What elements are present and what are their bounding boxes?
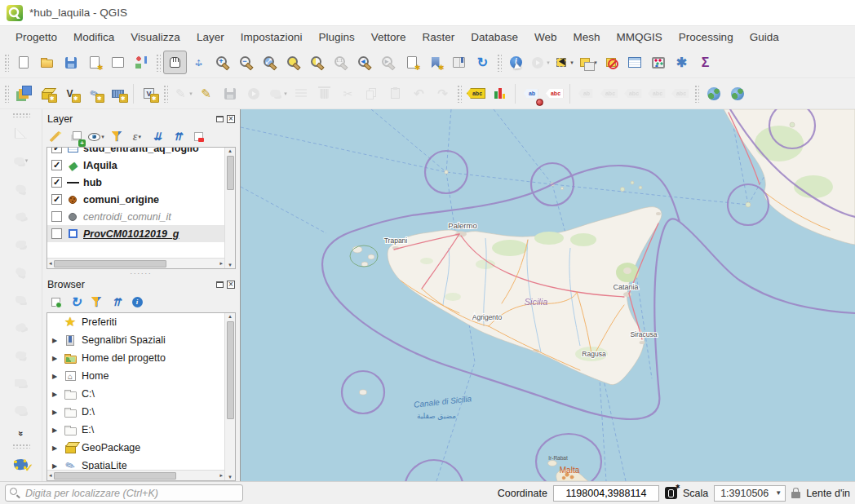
- project-open-button[interactable]: [35, 51, 59, 74]
- pan-to-selection-button[interactable]: [187, 51, 210, 74]
- close-panel-icon[interactable]: ×: [227, 115, 235, 123]
- browser-item-segnalibri[interactable]: ▶ Segnalibri Spaziali: [47, 331, 224, 349]
- manage-map-themes-button[interactable]: ▾: [88, 129, 104, 145]
- properties-button[interactable]: i: [129, 294, 145, 311]
- zoom-out-button[interactable]: −: [234, 51, 258, 74]
- zoom-in-button[interactable]: +: [210, 51, 234, 74]
- menu-impostazioni[interactable]: Impostazioni: [233, 29, 310, 46]
- new-print-layout-button[interactable]: [82, 51, 106, 74]
- locator-input[interactable]: [5, 484, 243, 502]
- browser-item-e-drive[interactable]: ▶ E:\: [47, 421, 224, 439]
- layer-list-vscrollbar[interactable]: ▴▾: [224, 148, 235, 268]
- add-selected-layers-button[interactable]: [47, 294, 64, 311]
- field-calculator-button[interactable]: [646, 51, 670, 74]
- new-temporary-scratch-layer-button[interactable]: [106, 82, 130, 105]
- browser-refresh-button[interactable]: ↻: [68, 294, 84, 311]
- layer-checkbox[interactable]: [51, 148, 62, 153]
- zoom-last-button[interactable]: ◂: [352, 51, 376, 74]
- layer-row[interactable]: stud_entranti_aq_foglio: [47, 148, 224, 157]
- scale-combobox[interactable]: 1:3910506 ▼: [714, 485, 786, 502]
- menu-mmqgis[interactable]: MMQGIS: [609, 29, 670, 46]
- layer-labeling-button[interactable]: abc: [464, 82, 488, 105]
- browser-item-spatialite[interactable]: ▶✎ SpatiaLite: [47, 457, 224, 470]
- toolbar-handle[interactable]: [4, 54, 9, 72]
- layer-checkbox[interactable]: [51, 177, 62, 188]
- menu-progetto[interactable]: Progetto: [8, 29, 64, 46]
- layer-checkbox[interactable]: [51, 194, 62, 205]
- pin-labels-button[interactable]: ab: [519, 82, 543, 105]
- float-panel-icon[interactable]: [216, 116, 224, 122]
- menu-modifica[interactable]: Modifica: [66, 29, 122, 46]
- menu-plugins[interactable]: Plugins: [311, 29, 361, 46]
- layer-row[interactable]: centroidi_comuni_it: [47, 208, 224, 225]
- identify-features-button[interactable]: [504, 51, 528, 74]
- layer-row[interactable]: hub: [47, 174, 224, 191]
- filter-browser-button[interactable]: [88, 294, 104, 311]
- toolbar-handle[interactable]: [4, 85, 9, 103]
- toolbar-handle[interactable]: [156, 54, 161, 72]
- layer-list-hscrollbar[interactable]: ◂▸: [47, 258, 224, 268]
- style-manager-button[interactable]: [130, 51, 153, 74]
- browser-vscrollbar[interactable]: ▴▾: [224, 313, 235, 480]
- menu-visualizza[interactable]: Visualizza: [123, 29, 188, 46]
- new-geopackage-layer-button[interactable]: [35, 82, 59, 105]
- zoom-full-button[interactable]: ⤢: [258, 51, 281, 74]
- menu-guida[interactable]: Guida: [742, 29, 786, 46]
- browser-item-preferiti[interactable]: ★ Preferiti: [47, 313, 224, 331]
- layer-row-selected[interactable]: ProvCM01012019_g: [47, 225, 224, 242]
- expander-icon[interactable]: ▶: [51, 373, 59, 380]
- open-attribute-table-button[interactable]: [622, 51, 646, 74]
- data-source-manager-button[interactable]: [11, 82, 35, 105]
- zoom-to-selection-button[interactable]: [281, 51, 305, 74]
- menu-raster[interactable]: Raster: [415, 29, 463, 46]
- browser-item-home[interactable]: ▶ Home: [47, 367, 224, 385]
- metasearch-button[interactable]: [702, 82, 725, 105]
- pan-map-button[interactable]: [163, 51, 187, 74]
- toolbar-handle[interactable]: [497, 54, 502, 72]
- menu-layer[interactable]: Layer: [189, 29, 232, 46]
- extents-icon[interactable]: [665, 487, 677, 499]
- layer-diagram-button[interactable]: [488, 82, 512, 105]
- coordinate-input[interactable]: [553, 485, 659, 502]
- layer-checkbox[interactable]: [51, 228, 62, 239]
- map-canvas[interactable]: Palermo Trapani Agrigento Catania Siracu…: [241, 109, 855, 481]
- zoom-to-layer-button[interactable]: [305, 51, 329, 74]
- new-spatial-bookmark-button[interactable]: [400, 51, 423, 74]
- project-save-button[interactable]: [59, 51, 82, 74]
- new-virtual-layer-button[interactable]: V: [137, 82, 161, 105]
- toolbar-handle[interactable]: [457, 85, 462, 103]
- project-new-button[interactable]: [11, 51, 35, 74]
- remove-layer-button[interactable]: [190, 129, 206, 145]
- expander-icon[interactable]: ▶: [51, 444, 59, 452]
- browser-item-geopackage[interactable]: ▶ GeoPackage: [47, 439, 224, 457]
- lock-icon[interactable]: [791, 492, 800, 498]
- menu-vettore[interactable]: Vettore: [364, 29, 414, 46]
- layer-row[interactable]: comuni_origine: [47, 191, 224, 208]
- menu-processing[interactable]: Processing: [671, 29, 741, 46]
- layer-checkbox[interactable]: [51, 211, 62, 222]
- toolbar-handle[interactable]: [12, 444, 30, 449]
- filter-legend-button[interactable]: [109, 129, 125, 145]
- browser-collapse-all-button[interactable]: ⇈: [109, 294, 125, 311]
- more-digitizing-tools-button[interactable]: »: [7, 424, 35, 442]
- toolbar-handle[interactable]: [163, 85, 168, 103]
- geometry-validity-button[interactable]: [7, 450, 35, 478]
- statistics-summary-button[interactable]: Σ: [693, 51, 717, 74]
- browser-hscrollbar[interactable]: ◂▸: [47, 470, 224, 480]
- collapse-all-button[interactable]: ⇈: [170, 129, 186, 145]
- toggle-editing-button[interactable]: ✎: [194, 82, 218, 105]
- web-service-button[interactable]: [725, 82, 749, 105]
- float-panel-icon[interactable]: [216, 281, 224, 288]
- layer-checkbox[interactable]: [51, 160, 62, 170]
- expander-icon[interactable]: ▶: [51, 337, 59, 344]
- add-group-button[interactable]: [68, 129, 84, 145]
- processing-toolbox-button[interactable]: ✱: [670, 51, 693, 74]
- expander-icon[interactable]: ▶: [51, 355, 59, 362]
- new-shapefile-layer-button[interactable]: V.: [59, 82, 82, 105]
- toolbar-handle[interactable]: [12, 113, 30, 117]
- menu-mesh[interactable]: Mesh: [566, 29, 608, 46]
- browser-item-d-drive[interactable]: ▶ D:\: [47, 403, 224, 421]
- menu-database[interactable]: Database: [463, 29, 525, 46]
- expander-icon[interactable]: ▶: [51, 462, 59, 470]
- expander-icon[interactable]: ▶: [51, 409, 59, 416]
